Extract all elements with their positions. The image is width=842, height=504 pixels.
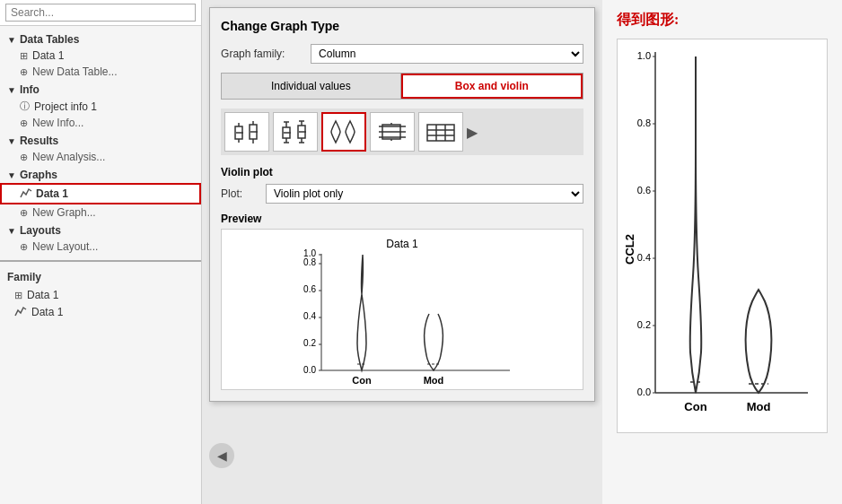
sidebar-item-new-data-table[interactable]: ⊕ New Data Table... bbox=[0, 64, 201, 80]
violin-section-label: Violin plot bbox=[221, 166, 583, 178]
sidebar-item-new-analysis[interactable]: ⊕ New Analysis... bbox=[0, 149, 201, 165]
graph-family-label: Graph family: bbox=[221, 48, 311, 60]
svg-text:1.0: 1.0 bbox=[303, 248, 316, 258]
sidebar-item-new-info[interactable]: ⊕ New Info... bbox=[0, 115, 201, 131]
svg-text:0.2: 0.2 bbox=[636, 319, 650, 330]
add-icon: ⊕ bbox=[20, 117, 28, 129]
section-label: Info bbox=[20, 83, 39, 96]
search-input[interactable] bbox=[5, 4, 196, 22]
plot-type-select[interactable]: Violin plot only Violin + box Box only bbox=[266, 184, 583, 204]
dialog-title: Change Graph Type bbox=[221, 19, 583, 33]
svg-text:1.0: 1.0 bbox=[636, 50, 650, 61]
svg-text:Con: Con bbox=[352, 375, 372, 386]
svg-text:0.0: 0.0 bbox=[636, 387, 650, 397]
graph-type-btn-1[interactable] bbox=[224, 112, 269, 152]
tab-box-violin[interactable]: Box and violin bbox=[401, 74, 583, 99]
item-label: New Graph... bbox=[32, 206, 96, 219]
change-graph-dialog: Change Graph Type Graph family: Column I… bbox=[209, 7, 595, 402]
back-button[interactable]: ◀ bbox=[209, 443, 234, 468]
item-label: Data 1 bbox=[27, 289, 58, 301]
plot-row: Plot: Violin plot only Violin + box Box … bbox=[221, 184, 583, 204]
add-icon: ⊕ bbox=[20, 241, 28, 253]
section-label: Results bbox=[20, 135, 58, 147]
table-icon: ⊞ bbox=[14, 290, 22, 301]
sidebar-item-data1-table[interactable]: ⊞ Data 1 bbox=[0, 48, 201, 64]
graph-icon-selector: ▶ bbox=[221, 109, 583, 155]
graph-type-btn-5[interactable] bbox=[418, 112, 463, 152]
section-header-results[interactable]: ▼ Results bbox=[0, 133, 201, 149]
scroll-arrow-right[interactable]: ▶ bbox=[467, 124, 478, 141]
graph-icon bbox=[14, 305, 27, 319]
svg-text:Con: Con bbox=[684, 400, 706, 413]
svg-text:0.8: 0.8 bbox=[636, 117, 650, 128]
family-item-graph[interactable]: Data 1 bbox=[7, 303, 194, 321]
section-label: Data Tables bbox=[20, 33, 79, 46]
graph-type-btn-4[interactable] bbox=[370, 112, 415, 152]
svg-text:CCL2: CCL2 bbox=[623, 234, 636, 265]
svg-text:0.6: 0.6 bbox=[636, 185, 650, 196]
svg-text:0.0: 0.0 bbox=[303, 365, 316, 375]
graph-family-select[interactable]: Column bbox=[311, 44, 583, 64]
result-title: 得到图形: bbox=[617, 11, 828, 30]
item-label: New Info... bbox=[32, 117, 83, 129]
sidebar-item-new-layout[interactable]: ⊕ New Layout... bbox=[0, 239, 201, 255]
section-header-data-tables[interactable]: ▼ Data Tables bbox=[0, 31, 201, 48]
divider bbox=[0, 260, 201, 262]
arrow-icon: ▼ bbox=[7, 85, 16, 95]
family-item-table[interactable]: ⊞ Data 1 bbox=[7, 287, 194, 303]
section-header-graphs[interactable]: ▼ Graphs bbox=[0, 167, 201, 183]
section-header-layouts[interactable]: ▼ Layouts bbox=[0, 222, 201, 239]
item-label: New Layout... bbox=[32, 240, 98, 253]
item-label: New Analysis... bbox=[32, 151, 105, 163]
item-label: Data 1 bbox=[36, 187, 68, 200]
svg-text:Mod: Mod bbox=[746, 400, 770, 413]
svg-text:0.6: 0.6 bbox=[303, 284, 316, 294]
tab-bar: Individual values Box and violin bbox=[221, 73, 583, 100]
sidebar-item-new-graph[interactable]: ⊕ New Graph... bbox=[0, 204, 201, 221]
sidebar: ▼ Data Tables ⊞ Data 1 ⊕ New Data Table.… bbox=[0, 0, 202, 504]
section-label: Layouts bbox=[20, 224, 61, 237]
item-label: Project info 1 bbox=[34, 100, 97, 113]
right-area: 得到图形: CCL2 0.0 0.2 0.4 0.6 0.8 1.0 bbox=[602, 0, 842, 504]
graph-icon bbox=[20, 187, 32, 201]
plot-label: Plot: bbox=[221, 187, 266, 200]
result-chart: CCL2 0.0 0.2 0.4 0.6 0.8 1.0 bbox=[617, 39, 828, 433]
sidebar-tree: ▼ Data Tables ⊞ Data 1 ⊕ New Data Table.… bbox=[0, 26, 201, 504]
item-label: New Data Table... bbox=[32, 65, 118, 78]
info-icon: ⓘ bbox=[20, 100, 30, 113]
svg-text:0.4: 0.4 bbox=[303, 311, 316, 321]
svg-text:0.2: 0.2 bbox=[303, 338, 316, 348]
arrow-icon: ▼ bbox=[7, 35, 16, 45]
svg-text:0.4: 0.4 bbox=[636, 252, 650, 263]
tab-individual-values[interactable]: Individual values bbox=[222, 74, 401, 99]
svg-text:Mod: Mod bbox=[424, 375, 444, 386]
main-area: Change Graph Type Graph family: Column I… bbox=[202, 0, 602, 504]
sidebar-item-project-info[interactable]: ⓘ Project info 1 bbox=[0, 98, 201, 115]
section-data-tables: ▼ Data Tables ⊞ Data 1 ⊕ New Data Table.… bbox=[0, 31, 201, 80]
section-graphs: ▼ Graphs Data 1 ⊕ New Graph... bbox=[0, 167, 201, 221]
arrow-icon: ▼ bbox=[7, 170, 16, 180]
sidebar-item-graph-data1[interactable]: Data 1 bbox=[0, 183, 201, 204]
preview-section: Preview Data 1 0.0 0.2 0.4 0.6 bbox=[221, 213, 583, 390]
table-icon: ⊞ bbox=[20, 50, 28, 62]
svg-rect-26 bbox=[427, 125, 454, 141]
graph-family-row: Graph family: Column bbox=[221, 44, 583, 64]
arrow-icon: ▼ bbox=[7, 226, 16, 236]
section-info: ▼ Info ⓘ Project info 1 ⊕ New Info... bbox=[0, 82, 201, 131]
search-bar bbox=[0, 0, 201, 26]
family-label: Family bbox=[7, 271, 194, 283]
arrow-icon: ▼ bbox=[7, 136, 16, 146]
section-results: ▼ Results ⊕ New Analysis... bbox=[0, 133, 201, 165]
svg-text:0.8: 0.8 bbox=[303, 257, 316, 267]
graph-type-btn-2[interactable] bbox=[273, 112, 318, 152]
section-header-info[interactable]: ▼ Info bbox=[0, 82, 201, 98]
graph-type-btn-3[interactable] bbox=[321, 112, 366, 152]
section-layouts: ▼ Layouts ⊕ New Layout... bbox=[0, 222, 201, 255]
add-icon: ⊕ bbox=[20, 207, 28, 219]
section-label: Graphs bbox=[20, 169, 57, 181]
preview-label: Preview bbox=[221, 213, 583, 225]
violin-section: Violin plot Plot: Violin plot only Violi… bbox=[221, 166, 583, 204]
preview-chart: Data 1 0.0 0.2 0.4 0.6 0.8 1.0 bbox=[221, 229, 583, 390]
family-section: Family ⊞ Data 1 Data 1 bbox=[0, 267, 201, 325]
svg-text:Data 1: Data 1 bbox=[386, 238, 418, 250]
